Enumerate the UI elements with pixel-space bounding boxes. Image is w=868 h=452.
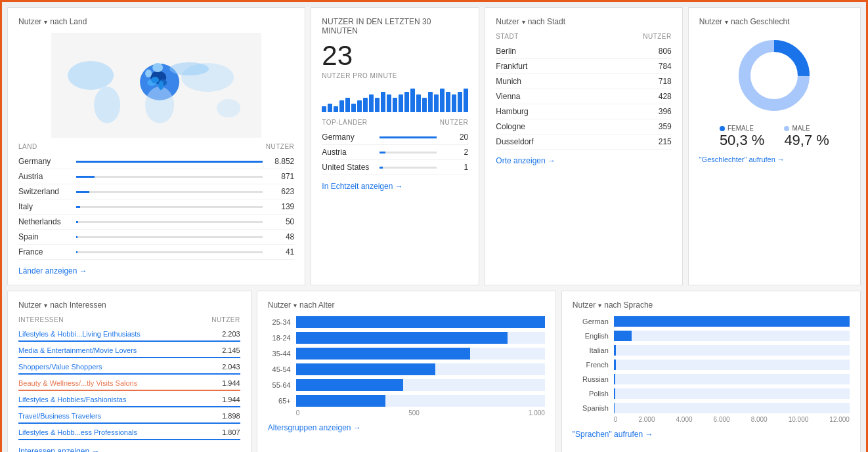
city-count: 428 [645, 92, 672, 101]
table-row: Spain 48 [18, 230, 294, 245]
lang-track [614, 331, 850, 341]
mini-bar [363, 98, 368, 113]
lang-axis-label: 6.000 [714, 416, 730, 423]
svg-point-12 [158, 81, 163, 90]
age-card: Nutzer ▾ nach Alter 25-34 18-24 35-44 45… [257, 291, 556, 452]
age-title-suffix: nach Alter [299, 300, 334, 310]
lang-link[interactable]: "Sprachen" aufrufen → [573, 430, 850, 439]
country-count: 41 [268, 247, 294, 257]
table-row: Dusseldorf 215 [496, 134, 671, 150]
dashboard: Nutzer ▾ nach Land [7, 7, 861, 452]
lang-axis-label: 12.000 [829, 416, 850, 423]
city-name: Vienna [496, 92, 548, 101]
country-col2-header: NUTZER [266, 143, 295, 150]
interest-name[interactable]: Lifestyles & Hobbies/Fashionistas [18, 396, 222, 403]
interest-name[interactable]: Media & Entertainment/Movie Lovers [18, 346, 222, 354]
country-name: France [18, 247, 71, 257]
country-link[interactable]: Länder anzeigen → [18, 266, 294, 276]
lang-label: Polish [573, 390, 609, 398]
interest-name[interactable]: Travel/Business Travelers [18, 412, 222, 420]
age-bar-fill [296, 363, 435, 375]
lang-bar-row: French [573, 360, 850, 370]
city-count: 718 [645, 77, 672, 86]
table-row: Munich 718 [496, 74, 671, 89]
mini-bar [328, 104, 332, 113]
table-row: Austria 2 [322, 145, 468, 160]
realtime-title: NUTZER IN DEN LETZTEN 30 MINUTEN [322, 17, 468, 35]
female-stat: FEMALE 50,3 % [720, 125, 765, 149]
realtime-country-name: United States [322, 163, 374, 172]
lang-bar-row: English [573, 331, 850, 341]
country-dropdown-arrow[interactable]: ▾ [44, 18, 47, 26]
bar-fill [76, 221, 78, 223]
lang-label: German [573, 318, 609, 325]
interests-card: Nutzer ▾ nach Interessen INTERESSEN NUTZ… [7, 291, 251, 452]
lang-track [614, 374, 850, 384]
age-bar-track [296, 332, 545, 344]
age-bar-fill [296, 332, 508, 344]
country-table: Germany 8.852 Austria 871 Switzerland 62… [18, 154, 294, 260]
bar-fill [76, 206, 80, 208]
interest-name[interactable]: Lifestyles & Hobb...ess Professionals [18, 428, 222, 436]
city-name: Dusseldorf [496, 137, 548, 146]
lang-track [614, 388, 850, 399]
bar-fill [76, 176, 95, 178]
mini-bar [404, 92, 409, 113]
age-link[interactable]: Altersgruppen anzeigen → [268, 423, 545, 432]
city-dropdown-arrow[interactable]: ▾ [522, 18, 525, 26]
mini-bar [422, 98, 427, 113]
mini-bar [434, 94, 439, 112]
lang-axis-label: 0 [614, 416, 618, 423]
city-count: 396 [645, 107, 672, 116]
female-label-text: FEMALE [727, 125, 754, 132]
lang-dropdown-arrow[interactable]: ▾ [598, 302, 601, 309]
country-count: 871 [268, 172, 294, 181]
age-bar-track [296, 395, 545, 407]
realtime-count: 2 [442, 148, 468, 157]
lang-label: Italian [573, 346, 609, 354]
interests-link[interactable]: Interessen anzeigen → [18, 447, 240, 452]
mini-bar [334, 106, 338, 112]
interests-dropdown-arrow[interactable]: ▾ [44, 302, 47, 309]
country-title-suffix: nach Land [50, 17, 87, 26]
bar-container [76, 251, 263, 253]
gender-dropdown-arrow[interactable]: ▾ [725, 18, 728, 26]
interest-count: 2.203 [222, 330, 240, 338]
city-card-title: Nutzer ▾ nach Stadt [496, 17, 671, 26]
svg-point-7 [145, 87, 174, 123]
table-row: Vienna 428 [496, 89, 671, 104]
gender-title-text: Nutzer [699, 17, 722, 26]
interest-name[interactable]: Beauty & Wellness/...tly Visits Salons [18, 379, 222, 387]
city-link[interactable]: Orte anzeigen → [496, 156, 671, 165]
realtime-link[interactable]: In Echtzeit anzeigen → [322, 182, 468, 191]
realtime-col1-header: TOP-LÄNDER [322, 119, 367, 126]
gender-link[interactable]: "Geschlechter" aufrufen → [699, 155, 850, 163]
table-row: Germany 8.852 [18, 154, 294, 169]
age-bar-row: 25-34 [268, 316, 545, 328]
interest-name[interactable]: Lifestyles & Hobbi...Living Enthusiasts [18, 330, 222, 338]
bar-container [76, 191, 263, 193]
city-col2-header: NUTZER [643, 33, 672, 40]
age-dropdown-arrow[interactable]: ▾ [293, 302, 297, 309]
female-label: FEMALE [720, 125, 754, 132]
age-axis-500: 500 [408, 409, 420, 417]
age-bar-chart: 25-34 18-24 35-44 45-54 55-64 65+ [268, 316, 545, 407]
table-row: Austria 871 [18, 169, 294, 184]
country-card-title: Nutzer ▾ nach Land [18, 17, 294, 26]
svg-point-9 [145, 70, 152, 77]
age-label: 18-24 [268, 334, 291, 342]
interest-name[interactable]: Shoppers/Value Shoppers [18, 363, 222, 371]
svg-point-11 [169, 62, 209, 75]
city-name: Hamburg [496, 107, 548, 116]
bar-container [76, 161, 263, 163]
lang-fill [614, 388, 615, 399]
mini-bar [446, 92, 450, 113]
bar-container [76, 176, 263, 178]
mini-bar [339, 100, 344, 112]
lang-fill [614, 331, 632, 341]
lang-title-text: Nutzer [573, 300, 596, 310]
bar-fill [380, 152, 385, 154]
realtime-card: NUTZER IN DEN LETZTEN 30 MINUTEN 23 NUTZ… [311, 7, 479, 285]
city-name: Munich [496, 77, 548, 86]
male-dot [784, 126, 789, 131]
